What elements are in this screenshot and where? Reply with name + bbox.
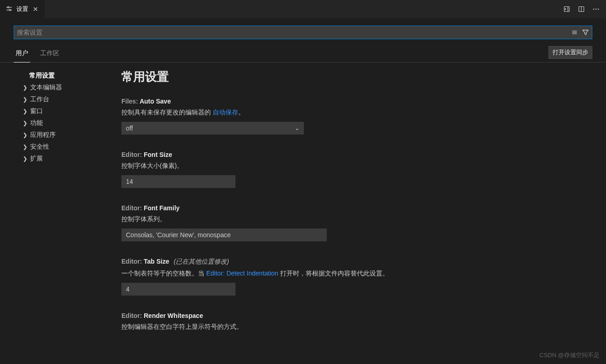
setting-title: Editor: Tab Size (已在其他位置修改) [121, 258, 532, 266]
chevron-down-icon: ⌄ [295, 125, 299, 131]
toc-item-security[interactable]: ❯安全性 [23, 141, 114, 153]
svg-point-3 [10, 9, 11, 10]
fontsize-input[interactable] [121, 175, 235, 188]
tabsize-input[interactable] [121, 283, 235, 296]
watermark: CSDN @存储空间不足 [539, 351, 600, 359]
toc-item-application[interactable]: ❯应用程序 [23, 129, 114, 141]
setting-title: Files: Auto Save [121, 98, 532, 105]
scope-row: 用户 工作区 打开设置同步 [0, 44, 606, 62]
close-icon[interactable]: ✕ [32, 5, 39, 14]
search-input[interactable] [17, 29, 570, 36]
search-container [0, 18, 606, 44]
autosave-select[interactable]: off ⌄ [121, 122, 304, 135]
toc-label: 窗口 [30, 107, 43, 115]
toc-item-text-editor[interactable]: ❯文本编辑器 [23, 82, 114, 94]
open-settings-sync-button[interactable]: 打开设置同步 [549, 46, 592, 59]
autosave-link[interactable]: 自动保存 [213, 109, 238, 116]
svg-point-2 [8, 6, 9, 8]
chevron-right-icon: ❯ [23, 108, 27, 114]
settings-body: 常用设置 ❯文本编辑器 ❯工作台 ❯窗口 ❯功能 ❯应用程序 ❯安全性 ❯扩展 … [0, 62, 606, 363]
settings-content: 常用设置 Files: Auto Save 控制具有未保存更改的编辑器的 自动保… [114, 62, 606, 363]
setting-name: Font Family [144, 204, 180, 212]
toc-label: 扩展 [30, 155, 43, 163]
setting-description: 一个制表符等于的空格数。当 Editor: Detect Indentation… [121, 269, 532, 278]
scope-tabs: 用户 工作区 [14, 46, 61, 62]
toc-item-workbench[interactable]: ❯工作台 [23, 94, 114, 105]
desc-text: 打开时，将根据文件内容替代此设置。 [278, 270, 389, 277]
svg-point-8 [596, 9, 596, 10]
settings-slider-icon [5, 5, 13, 14]
desc-text: 控制具有未保存更改的编辑器的 [121, 109, 213, 116]
toc-label: 安全性 [30, 143, 49, 151]
chevron-right-icon: ❯ [23, 132, 27, 138]
filter-icon[interactable] [581, 28, 590, 37]
scope-tab-workspace[interactable]: 工作区 [38, 46, 61, 62]
settings-toc: 常用设置 ❯文本编辑器 ❯工作台 ❯窗口 ❯功能 ❯应用程序 ❯安全性 ❯扩展 [0, 62, 114, 363]
fontfamily-input[interactable] [121, 229, 327, 241]
split-editor-icon[interactable] [578, 5, 585, 13]
setting-scope-label: Files: [121, 98, 138, 105]
settings-tab[interactable]: 设置 ✕ [0, 0, 45, 18]
section-title: 常用设置 [121, 69, 592, 85]
toc-item-common[interactable]: 常用设置 [29, 70, 114, 82]
desc-text: 一个制表符等于的空格数。当 [121, 270, 206, 277]
clear-search-icon[interactable] [570, 28, 579, 37]
setting-files-autosave: Files: Auto Save 控制具有未保存更改的编辑器的 自动保存。 of… [121, 98, 532, 135]
setting-description: 控制字体大小(像素)。 [121, 161, 532, 171]
setting-editor-fontsize: Editor: Font Size 控制字体大小(像素)。 [121, 151, 532, 188]
setting-description: 控制字体系列。 [121, 214, 532, 224]
setting-title: Editor: Font Family [121, 204, 532, 212]
chevron-right-icon: ❯ [23, 156, 27, 162]
toc-item-window[interactable]: ❯窗口 [23, 105, 114, 117]
setting-description: 控制具有未保存更改的编辑器的 自动保存。 [121, 108, 532, 117]
setting-scope-label: Editor: [121, 312, 142, 319]
setting-name: Render Whitespace [144, 312, 203, 319]
setting-name: Tab Size [144, 258, 169, 265]
setting-editor-fontfamily: Editor: Font Family 控制字体系列。 [121, 204, 532, 241]
editor-tab-bar: 设置 ✕ [0, 0, 606, 18]
modified-indicator: (已在其他位置修改) [174, 258, 229, 265]
chevron-right-icon: ❯ [23, 84, 27, 91]
setting-scope-label: Editor: [121, 204, 142, 212]
toc-label: 文本编辑器 [30, 83, 62, 92]
tab-label: 设置 [16, 5, 28, 13]
toc-item-extensions[interactable]: ❯扩展 [23, 153, 114, 165]
toc-item-features[interactable]: ❯功能 [23, 117, 114, 129]
setting-title: Editor: Render Whitespace [121, 312, 532, 319]
svg-point-7 [593, 9, 594, 10]
setting-editor-renderwhitespace: Editor: Render Whitespace 控制编辑器在空白字符上显示符… [121, 312, 532, 332]
setting-editor-tabsize: Editor: Tab Size (已在其他位置修改) 一个制表符等于的空格数。… [121, 258, 532, 296]
setting-description: 控制编辑器在空白字符上显示符号的方式。 [121, 322, 532, 332]
select-value: off [126, 125, 133, 132]
setting-scope-label: Editor: [121, 151, 142, 158]
chevron-right-icon: ❯ [23, 120, 27, 126]
search-actions [570, 28, 590, 37]
toc-label: 应用程序 [30, 131, 56, 139]
setting-title: Editor: Font Size [121, 151, 532, 158]
tab-actions [563, 5, 606, 13]
chevron-right-icon: ❯ [23, 96, 27, 103]
search-box [14, 26, 592, 39]
toggle-secondary-bar-icon[interactable] [563, 5, 570, 13]
setting-name: Auto Save [140, 98, 171, 105]
chevron-right-icon: ❯ [23, 144, 27, 150]
detect-indentation-link[interactable]: Editor: Detect Indentation [206, 270, 278, 277]
tabs-container: 设置 ✕ [0, 0, 45, 18]
scope-tab-user[interactable]: 用户 [14, 46, 30, 62]
toc-label: 工作台 [30, 95, 49, 104]
toc-label: 功能 [30, 119, 43, 127]
svg-point-9 [598, 9, 599, 10]
setting-scope-label: Editor: [121, 258, 142, 265]
more-actions-icon[interactable] [592, 5, 600, 13]
setting-name: Font Size [144, 151, 172, 158]
desc-text: 。 [238, 109, 245, 116]
